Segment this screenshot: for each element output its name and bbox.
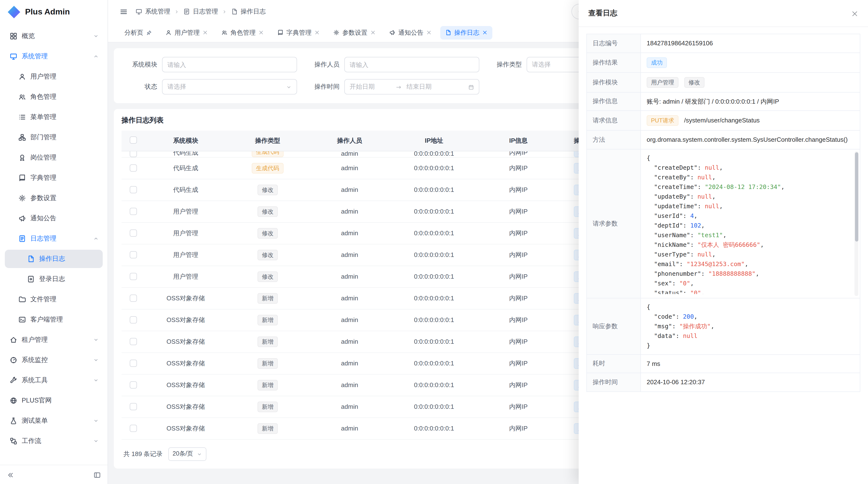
response-params-cell: { "code": 200, "msg": "操作成功", "data": nu…	[641, 298, 860, 354]
row-checkbox[interactable]	[129, 164, 137, 172]
row-checkbox[interactable]	[129, 295, 137, 302]
operation-type-badge: 修改	[257, 184, 278, 195]
log-detail-table: 日志编号 1842781986426159106 操作结果 成功 操作模块 用户…	[586, 34, 860, 392]
tab-close-icon[interactable]	[482, 30, 488, 35]
row-checkbox[interactable]	[129, 208, 137, 215]
breadcrumb-item[interactable]: 操作日志	[231, 7, 266, 16]
sidebar-item-label: 工作流	[22, 437, 41, 445]
hamburger-icon	[120, 8, 128, 16]
sidebar-item[interactable]: 概览	[5, 27, 103, 45]
sidebar-item[interactable]: 文件管理	[5, 290, 103, 309]
sidebar-item[interactable]: 系统管理	[5, 47, 103, 66]
sidebar-item[interactable]: 系统工具	[5, 371, 103, 389]
sidebar-item[interactable]: 部门管理	[5, 128, 103, 147]
column-header: 操作人员	[309, 131, 391, 151]
tools-icon	[10, 377, 18, 384]
row-checkbox[interactable]	[129, 425, 137, 432]
doc-icon	[231, 8, 238, 15]
tab-close-icon[interactable]	[370, 30, 376, 35]
tab-close-icon[interactable]	[203, 30, 208, 35]
page-size-select[interactable]: 20条/页	[168, 447, 207, 461]
column-header: IP信息	[477, 131, 559, 151]
sidebar-item[interactable]: 字典管理	[5, 169, 103, 187]
sidebar-footer	[0, 465, 107, 484]
dashboard-icon	[10, 32, 18, 40]
select-all-checkbox[interactable]	[129, 136, 137, 144]
role-icon	[221, 29, 227, 36]
operation-type-badge: 新增	[257, 315, 278, 325]
operation-type-badge: 新增	[257, 358, 278, 368]
filter-status: 状态 请选择	[123, 79, 297, 95]
tab-item[interactable]: 角色管理	[217, 26, 269, 39]
detail-label: 耗时	[587, 354, 641, 373]
pin-sidebar-button[interactable]	[94, 470, 101, 479]
status-badge: 成功	[647, 57, 667, 68]
tab-close-icon[interactable]	[258, 30, 264, 35]
row-checkbox[interactable]	[129, 151, 137, 157]
chevron-down-icon	[93, 33, 99, 39]
sidebar-item-label: 菜单管理	[30, 113, 56, 122]
dept-icon	[18, 133, 26, 141]
sidebar-item-label: 参数设置	[30, 194, 56, 202]
row-checkbox[interactable]	[129, 338, 137, 345]
operation-type-badge: 修改	[257, 228, 278, 238]
sidebar-item[interactable]: 登录日志	[5, 270, 103, 288]
sidebar-item[interactable]: 系统监控	[5, 351, 103, 369]
tab-item[interactable]: 操作日志	[440, 26, 492, 39]
sidebar-item-label: 岗位管理	[30, 153, 56, 162]
sidebar-item[interactable]: 菜单管理	[5, 108, 103, 126]
drawer-title: 查看日志	[588, 9, 617, 18]
row-checkbox[interactable]	[129, 360, 137, 367]
request-params-json: { "createDept": null, "createBy": null, …	[647, 153, 854, 294]
breadcrumb-item[interactable]: 日志管理	[183, 7, 218, 16]
status-select[interactable]: 请选择	[162, 79, 297, 95]
operation-info-value: 账号: admin / 研发部门 / 0:0:0:0:0:0:0:1 / 内网I…	[641, 92, 860, 110]
sidebar-item[interactable]: 操作日志	[5, 250, 103, 268]
row-checkbox[interactable]	[129, 381, 137, 389]
sidebar-item[interactable]: PLUS官网	[5, 391, 103, 410]
sidebar-item[interactable]: 日志管理	[5, 229, 103, 248]
collapse-sidebar-button[interactable]	[7, 470, 14, 479]
scrollbar-thumb[interactable]	[855, 152, 858, 241]
sidebar-item[interactable]: 角色管理	[5, 88, 103, 106]
row-checkbox[interactable]	[129, 316, 137, 323]
sidebar-item-label: 日志管理	[30, 234, 56, 243]
row-checkbox[interactable]	[129, 251, 137, 258]
tab-label: 参数设置	[342, 28, 368, 37]
filter-system-module: 系统模块	[123, 57, 297, 72]
sidebar-item[interactable]: 客户端管理	[5, 311, 103, 329]
tab-item[interactable]: 字典管理	[273, 26, 324, 39]
sidebar-item[interactable]: 用户管理	[5, 67, 103, 86]
row-checkbox[interactable]	[129, 229, 137, 237]
row-checkbox[interactable]	[129, 186, 137, 193]
sidebar-item[interactable]: 工作流	[5, 432, 103, 450]
tab-item[interactable]: 分析页	[120, 26, 157, 39]
breadcrumb-label: 系统管理	[145, 7, 170, 16]
request-params-cell: { "createDept": null, "createBy": null, …	[641, 149, 860, 298]
client-icon	[18, 316, 26, 323]
sidebar-item[interactable]: 参数设置	[5, 189, 103, 207]
tab-item[interactable]: 用户管理	[161, 26, 213, 39]
tab-close-icon[interactable]	[426, 30, 432, 35]
date-range-picker[interactable]: 开始日期 结束日期	[344, 79, 479, 95]
row-checkbox[interactable]	[129, 273, 137, 280]
operation-type-badge: 新增	[257, 380, 278, 390]
menu-toggle-button[interactable]	[120, 7, 128, 16]
row-checkbox[interactable]	[129, 403, 137, 410]
breadcrumb-item[interactable]: 系统管理	[135, 7, 170, 16]
system-module-input[interactable]	[162, 57, 297, 72]
start-date-placeholder: 开始日期	[350, 83, 391, 91]
chevron-down-icon	[286, 84, 292, 90]
sidebar-item[interactable]: 租户管理	[5, 331, 103, 349]
tab-item[interactable]: 参数设置	[329, 26, 380, 39]
sidebar-item-label: 通知公告	[30, 214, 56, 223]
detail-row: 操作模块 用户管理 修改	[587, 72, 860, 92]
drawer-close-button[interactable]	[851, 9, 858, 18]
sidebar-item[interactable]: 岗位管理	[5, 149, 103, 167]
sidebar-item[interactable]: 通知公告	[5, 209, 103, 228]
tab-item[interactable]: 通知公告	[384, 26, 436, 39]
operator-input[interactable]	[344, 57, 479, 72]
detail-row: 操作信息 账号: admin / 研发部门 / 0:0:0:0:0:0:0:1 …	[587, 92, 860, 110]
tab-close-icon[interactable]	[314, 30, 320, 35]
sidebar-item[interactable]: 测试菜单	[5, 412, 103, 430]
